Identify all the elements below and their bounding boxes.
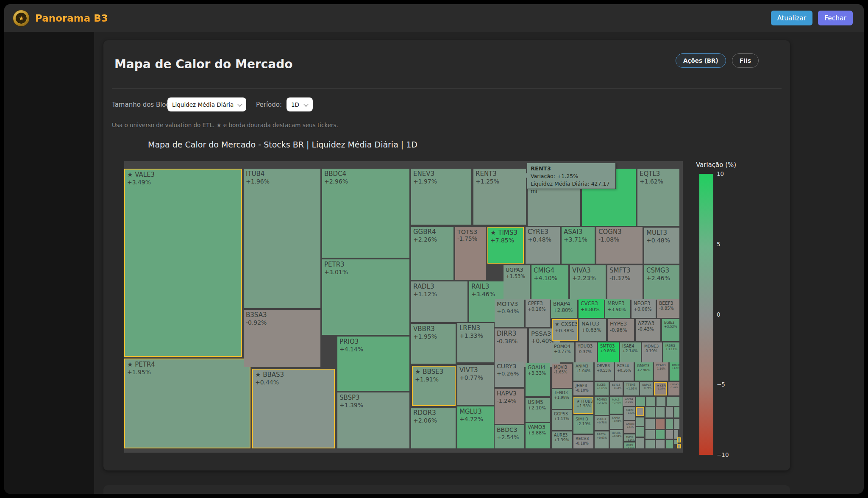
treemap-cell[interactable] — [674, 419, 679, 429]
treemap-cell-lwsa3[interactable]: LWSA3-1.44% — [668, 382, 679, 395]
treemap-cell-bbdc3[interactable]: BBDC3+2.54% — [495, 425, 524, 448]
treemap-cell-rcsl4[interactable]: RCSL4+0.36% — [615, 362, 634, 381]
treemap-cell[interactable] — [656, 407, 665, 417]
treemap-cell-movi3[interactable]: MOVI3-1.65% — [552, 364, 572, 388]
treemap-cell-pcar3[interactable]: PCAR3-1.10% — [654, 362, 668, 381]
treemap-cell[interactable] — [636, 438, 644, 448]
treemap-cell-orvr3[interactable]: ORVR3+0.55% — [595, 362, 614, 381]
treemap-cell-petr4[interactable]: ★ PETR4+1.95% — [124, 359, 250, 448]
treemap-cell[interactable] — [636, 427, 644, 437]
treemap-cell-ggps3[interactable]: GGPS3+1.17% — [552, 410, 572, 430]
treemap-cell-cxse3[interactable]: ★ CXSE3+0.38% — [552, 319, 578, 341]
treemap-cell-csmg3[interactable]: CSMG3+2.46% — [644, 265, 679, 300]
treemap-cell-vulc3[interactable]: VULC3+0.78% — [595, 416, 609, 430]
treemap-cell-tims3[interactable]: ★ TIMS3+7.85% — [487, 227, 524, 264]
treemap-cell[interactable] — [636, 417, 644, 426]
treemap-cell[interactable] — [645, 440, 655, 448]
treemap-cell-grnd3[interactable]: GRND3-0.81% — [624, 421, 635, 433]
treemap-cell-sbsp3[interactable]: SBSP3+1.39% — [337, 392, 409, 448]
treemap-cell-tend3[interactable]: TEND3+1.99% — [552, 389, 572, 409]
treemap-cell-rent3[interactable]: RENT3+1.25% — [473, 169, 526, 225]
treemap-cell-petr3[interactable]: PETR3+3.01% — [322, 259, 409, 335]
treemap-cell-hype3[interactable]: HYPE3-0.96% — [608, 319, 634, 341]
treemap-cell-cmig4[interactable]: CMIG4+4.10% — [531, 265, 568, 300]
treemap-cell-cpfe3[interactable]: CPFE3+0.16% — [526, 299, 550, 327]
treemap-cell-unip6[interactable]: UNIP6+2.49% — [624, 442, 635, 448]
treemap-cell-vale3[interactable]: ★ VALE3+3.49% — [124, 169, 242, 357]
treemap-cell-brsr6[interactable]: BRSR6+0.94% — [610, 430, 623, 448]
treemap-cell-bbse3[interactable]: ★ BBSE3+1.91% — [412, 366, 456, 406]
treemap-cell-eqtl3[interactable]: EQTL3+1.62% — [637, 169, 679, 226]
treemap-cell-natu3[interactable]: NATU3+0.63% — [579, 319, 606, 341]
treemap-cell-yduq3[interactable]: YDUQ3-0.37% — [576, 342, 597, 362]
treemap-cell-beef3[interactable]: BEEF3-0.85% — [657, 299, 679, 318]
treemap-cell-cogn3[interactable]: COGN3-1.08% — [596, 227, 643, 264]
treemap-cell-vamo3[interactable]: VAMO3+3.88% — [526, 423, 550, 448]
treemap-cell-odpv3[interactable]: ODPV3+0.76% — [640, 382, 653, 395]
treemap-cell-neoe3[interactable]: NEOE3+0.06% — [632, 299, 656, 318]
treemap-cell-aure3[interactable]: AURE3+1.39% — [552, 431, 572, 448]
treemap-cell[interactable] — [666, 430, 673, 439]
treemap-cell-gmat3[interactable]: GMAT3+2.96% — [635, 362, 653, 381]
treemap-cell-motv3[interactable]: MOTV3+0.94% — [495, 299, 524, 327]
treemap-cell-hapv3[interactable]: HAPV3-1.24% — [495, 389, 524, 424]
treemap-cell-slce3[interactable]: SLCE3+1.65% — [595, 382, 609, 395]
treemap-cell-brap4[interactable]: BRAP4+2.80% — [551, 299, 577, 318]
treemap-cell[interactable] — [656, 430, 665, 439]
treemap-cell-vbbr3[interactable]: VBBR3+1.95% — [411, 324, 456, 364]
treemap-cell[interactable] — [645, 407, 655, 417]
treemap-cell-ggbr4[interactable]: GGBR4+2.26% — [411, 227, 453, 280]
refresh-button[interactable]: Atualizar — [771, 11, 812, 25]
treemap-cell-cury3[interactable]: CURY3+0.26% — [495, 362, 524, 387]
treemap-cell-recv3[interactable]: RECV3-0.18% — [573, 435, 593, 448]
treemap-cell[interactable] — [677, 437, 681, 442]
tab-fiis[interactable]: FIIs — [732, 53, 759, 68]
treemap-cell-brkm5[interactable]: BRKM5+4.74% — [670, 362, 679, 381]
treemap-cell-simh3[interactable]: SIMH3+2.19% — [573, 415, 593, 434]
close-button[interactable]: Fechar — [818, 11, 853, 25]
treemap-cell-mult3[interactable]: MULT3+0.48% — [644, 228, 679, 264]
treemap-cell-vivt3[interactable]: VIVT3+0.77% — [457, 365, 494, 405]
treemap-cell[interactable] — [667, 397, 679, 406]
treemap-cell-rapt4[interactable]: RAPT4+0.93% — [595, 431, 609, 448]
treemap-cell-b3sa3[interactable]: B3SA3-0.92% — [244, 310, 320, 367]
treemap-cell[interactable] — [646, 397, 655, 406]
treemap-cell-abcb4[interactable]: ABCB4-0.43% — [623, 397, 635, 406]
treemap-cell[interactable] — [636, 407, 644, 416]
tab-acoes-br[interactable]: Ações (BR) — [676, 53, 726, 68]
treemap-cell-mrve3[interactable]: MRVE3+3.90% — [605, 299, 630, 318]
treemap-cell[interactable] — [657, 397, 665, 406]
treemap-cell-viva3[interactable]: VIVA3+2.23% — [570, 265, 606, 300]
treemap-cell[interactable] — [636, 397, 645, 406]
block-size-select[interactable]: Liquidez Média Diária — [167, 97, 246, 111]
treemap-cell-cvcb3[interactable]: CVCB3+8.80% — [579, 299, 604, 318]
treemap-cell-pgmn3[interactable]: PGMN3+2.12% — [595, 397, 609, 415]
treemap-cell-eztc3[interactable]: EZTC3+0.13% — [610, 382, 623, 395]
treemap-cell-prio3[interactable]: PRIO3+4.14% — [337, 337, 409, 391]
treemap-cell-itub3[interactable]: ★ ITUB3+1.58% — [573, 397, 593, 414]
treemap-cell-jhsf3[interactable]: JHSF3-0.10% — [573, 382, 593, 395]
treemap-cell-itub4[interactable]: ITUB4+1.96% — [244, 169, 320, 308]
treemap-cell-bbas3[interactable]: ★ BBAS3+0.44% — [252, 369, 335, 448]
treemap-cell[interactable] — [645, 430, 655, 439]
treemap-cell-isae4[interactable]: ISAE4+2.14% — [620, 342, 641, 362]
treemap-cell-rdor3[interactable]: RDOR3+2.06% — [411, 408, 456, 448]
treemap-cell-radl3[interactable]: RADL3+1.12% — [411, 281, 467, 322]
treemap-cell-kepl3[interactable]: ★ KEPL3-1.37% — [654, 382, 667, 395]
treemap-cell-mdne3[interactable]: MDNE3-0.19% — [642, 342, 662, 362]
treemap-cell-tots3[interactable]: TOTS3-1.75% — [455, 227, 486, 280]
treemap-cell-asai3[interactable]: ASAI3+3.71% — [562, 227, 595, 264]
treemap-cell-usim5[interactable]: USIM5+2.10% — [526, 398, 550, 422]
treemap-cell-tten3[interactable]: TTEN3+1.01% — [624, 382, 639, 395]
treemap-cell-pomo4[interactable]: POMO4+0.77% — [552, 342, 574, 362]
treemap-cell-bbdc4[interactable]: BBDC4+2.96% — [322, 169, 409, 258]
treemap-cell[interactable] — [656, 440, 665, 448]
treemap-cell-sapr4[interactable]: SAPR4+0.95% — [610, 415, 623, 429]
treemap-cell[interactable] — [666, 419, 673, 429]
treemap-cell-ugpa3[interactable]: UGPA3+1.53% — [504, 265, 530, 300]
treemap-cell[interactable] — [666, 407, 673, 417]
treemap-cell[interactable] — [656, 419, 665, 429]
treemap-cell[interactable] — [674, 407, 679, 417]
treemap-cell-cyre3[interactable]: CYRE3+0.48% — [526, 227, 560, 264]
treemap-cell[interactable] — [666, 440, 673, 448]
